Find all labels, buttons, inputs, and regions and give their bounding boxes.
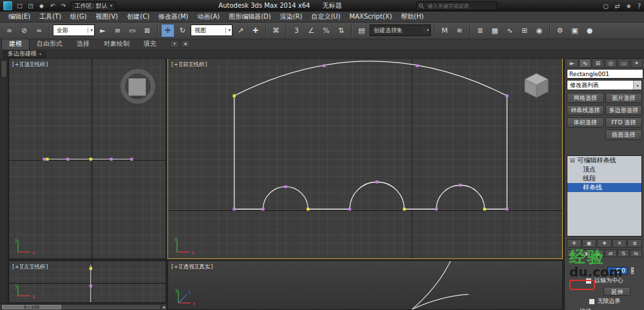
ribbon-minimize-icon[interactable]: ▾	[170, 40, 179, 48]
spline-vertex[interactable]	[416, 64, 419, 67]
named-selection-sets-dropdown[interactable]: 创建选择集▾	[370, 24, 431, 36]
value-spinner-field[interactable]: 0.0	[607, 267, 628, 275]
reference-coordinate-system-dropdown[interactable]: 视图▾	[191, 24, 232, 36]
new-scene-icon[interactable]: □	[15, 1, 24, 10]
menu-rendering[interactable]: 渲染(R)	[276, 12, 307, 22]
polygon-modeling-panel[interactable]: 多边形建模 ▾	[3, 50, 46, 58]
boolean-union-icon[interactable]: ◐	[567, 249, 579, 257]
spline-vertex[interactable]	[43, 158, 45, 160]
time-slider-handle[interactable]: 0 / 100	[2, 305, 61, 309]
viewcube-face[interactable]	[128, 78, 146, 96]
spinner-arrows[interactable]: ▴▾	[630, 267, 634, 275]
collapse-icon[interactable]: ⊟	[570, 157, 575, 164]
ribbon-tab-freeform[interactable]: 自由形式	[30, 39, 70, 50]
menu-group[interactable]: 组(G)	[66, 12, 91, 22]
menu-edit[interactable]: 编辑(E)	[4, 12, 35, 22]
spline-vertex[interactable]	[348, 208, 351, 210]
spline-vertex[interactable]	[483, 208, 486, 210]
motion-tab[interactable]: ◎	[605, 59, 617, 68]
mirror-horizontal-icon[interactable]: ⇄	[605, 249, 617, 257]
open-file-icon[interactable]: ◳	[26, 1, 35, 10]
modifier-button-spline-select[interactable]: 样条线选择	[567, 105, 604, 115]
ribbon-tab-populate[interactable]: 填充	[137, 39, 164, 50]
modifier-button-vol-select[interactable]: 体积选择	[567, 117, 604, 128]
workspace-selector[interactable]: 工作区: 默认 ▾	[71, 1, 116, 11]
stack-item-segment[interactable]: 线段	[567, 174, 641, 183]
make-unique-icon[interactable]: ❖	[597, 239, 612, 247]
viewcube[interactable]	[522, 72, 551, 100]
mirror-icon[interactable]: M	[438, 24, 451, 37]
show-end-result-icon[interactable]: ▣	[582, 239, 597, 247]
spline-vertex[interactable]	[403, 208, 406, 210]
spline-vertex[interactable]	[459, 184, 462, 186]
render-production-icon[interactable]: ●	[583, 24, 596, 37]
keyboard-shortcut-override-icon[interactable]: ⌘	[269, 24, 283, 37]
display-tab[interactable]: ▭	[618, 59, 630, 68]
modifier-list-dropdown[interactable]: 修改器列表 ▾	[567, 80, 642, 90]
modifier-button-patch-select[interactable]: 面片选择	[605, 93, 643, 103]
spline-vertex[interactable]	[110, 158, 113, 160]
menu-animation[interactable]: 动画(A)	[193, 12, 225, 22]
extend-button[interactable]: 延伸	[603, 287, 630, 296]
undo-icon[interactable]: ↶	[48, 1, 57, 10]
menu-customize[interactable]: 自定义(U)	[307, 12, 345, 22]
bind-to-space-warp-icon[interactable]: ≈	[32, 24, 46, 37]
viewport-left-label[interactable]: [+][左][线框]	[12, 263, 48, 271]
rectangular-selection-region-icon[interactable]: ▭	[126, 24, 139, 37]
communication-center-icon[interactable]: ⇄	[614, 3, 620, 10]
hierarchy-tab[interactable]: ⊞	[592, 59, 604, 68]
previous-frame-icon[interactable]: ◂	[162, 304, 165, 310]
favorites-icon[interactable]: ★	[626, 3, 632, 10]
modify-tab[interactable]: ∿	[579, 59, 591, 68]
spline-vertex[interactable]	[232, 94, 235, 97]
layer-manager-icon[interactable]: ≣	[473, 24, 487, 37]
help-icon[interactable]: ?	[638, 3, 641, 10]
redo-icon[interactable]: ↷	[59, 1, 68, 10]
select-and-link-icon[interactable]: ∞	[3, 24, 16, 37]
sign-in-icon[interactable]: ○	[603, 3, 609, 10]
spline-vertex[interactable]	[435, 208, 437, 210]
spline-vertex[interactable]	[130, 158, 133, 160]
spline-vertex[interactable]	[506, 208, 508, 210]
utilities-tab[interactable]: ✦	[630, 59, 643, 68]
stack-item-spline[interactable]: 样条线	[567, 183, 641, 192]
modifier-button-ffd-select[interactable]: FFD 选择	[605, 117, 643, 128]
graphite-ribbon-icon[interactable]: ▦	[488, 24, 502, 37]
menu-modifiers[interactable]: 修改器(M)	[154, 12, 193, 22]
align-icon[interactable]: ≋	[453, 24, 466, 37]
front-view-spline[interactable]	[234, 61, 507, 209]
modifier-button-poly-select[interactable]: 多边形选择	[605, 105, 643, 115]
angle-snap-icon[interactable]: ∠	[305, 24, 318, 37]
spinner-snap-icon[interactable]: ⇅	[334, 24, 348, 37]
select-and-move-icon[interactable]: ✛	[161, 24, 175, 37]
select-object-icon[interactable]: ►	[96, 24, 109, 37]
save-file-icon[interactable]: ◆	[37, 1, 46, 10]
viewport-front[interactable]: [+][前][线框] x y	[167, 58, 563, 259]
create-tab[interactable]: ►	[566, 59, 578, 68]
remove-modifier-icon[interactable]: ✕	[612, 239, 627, 247]
infinite-bounds-checkbox[interactable]	[589, 298, 595, 305]
spline-vertex[interactable]	[66, 158, 69, 160]
spline-vertex[interactable]	[284, 186, 287, 188]
select-and-manipulate-icon[interactable]: ✚	[249, 24, 262, 37]
material-editor-icon[interactable]: ◉	[533, 24, 546, 37]
spline-vertex[interactable]	[46, 158, 48, 160]
unlink-selection-icon[interactable]: ⊘	[17, 24, 31, 37]
rendered-frame-window-icon[interactable]: ▣	[568, 24, 582, 37]
configure-modifier-sets-icon[interactable]: ≣	[627, 239, 642, 247]
curve-editor-icon[interactable]: ∿	[503, 24, 516, 37]
spline-vertex[interactable]	[506, 94, 508, 97]
search-input[interactable]	[426, 3, 495, 10]
menu-help[interactable]: 帮助(H)	[397, 12, 428, 22]
edit-named-selection-sets-icon[interactable]: ▤	[355, 24, 368, 37]
spline-vertex[interactable]	[90, 158, 92, 160]
stack-item-editable-spline[interactable]: ⊟ 可编辑样条线	[567, 156, 641, 165]
ribbon-tab-object-paint[interactable]: 对象绘制	[97, 39, 137, 50]
spline-vertex[interactable]	[90, 285, 92, 287]
spline-vertex[interactable]	[323, 64, 325, 67]
ribbon-tab-modeling[interactable]: 建模	[1, 38, 30, 50]
schematic-view-icon[interactable]: ⊞	[518, 24, 531, 37]
layout-tab[interactable]	[1, 60, 7, 78]
select-by-name-icon[interactable]: ≡	[111, 24, 124, 37]
selection-filter-dropdown[interactable]: 全部▾	[53, 24, 95, 36]
